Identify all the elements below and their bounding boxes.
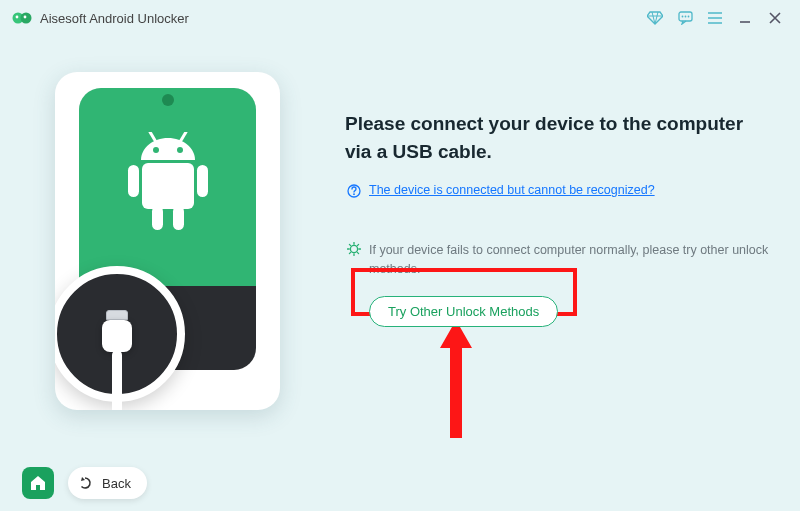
close-button[interactable] xyxy=(762,5,788,31)
svg-line-24 xyxy=(349,244,350,245)
minimize-button[interactable] xyxy=(732,5,758,31)
menu-icon[interactable] xyxy=(702,5,728,31)
usb-magnifier-icon xyxy=(55,266,185,402)
svg-line-10 xyxy=(150,132,156,142)
svg-point-8 xyxy=(153,147,159,153)
content-area: Please connect your device to the comput… xyxy=(0,36,800,511)
svg-point-9 xyxy=(177,147,183,153)
svg-point-19 xyxy=(350,245,357,252)
svg-line-26 xyxy=(357,244,358,245)
svg-point-2 xyxy=(16,16,19,19)
headline-text: Please connect your device to the comput… xyxy=(345,110,770,165)
svg-point-5 xyxy=(681,16,683,18)
back-button[interactable]: Back xyxy=(68,467,147,499)
instruction-pane: Please connect your device to the comput… xyxy=(335,36,800,511)
help-icon xyxy=(345,184,363,201)
svg-rect-13 xyxy=(128,165,139,197)
tip-icon xyxy=(345,242,363,259)
android-robot-icon xyxy=(120,132,216,242)
home-icon xyxy=(30,475,46,491)
svg-point-18 xyxy=(353,193,355,195)
feedback-icon[interactable] xyxy=(672,5,698,31)
phone-illustration xyxy=(55,72,280,410)
svg-rect-15 xyxy=(152,206,163,230)
back-button-label: Back xyxy=(102,476,131,491)
home-button[interactable] xyxy=(22,467,54,499)
app-logo-icon xyxy=(12,10,32,26)
svg-rect-16 xyxy=(173,206,184,230)
svg-point-7 xyxy=(687,16,689,18)
hint-text: If your device fails to connect computer… xyxy=(369,241,770,280)
svg-line-27 xyxy=(349,252,350,253)
title-bar: Aisesoft Android Unlocker xyxy=(0,0,800,36)
app-title: Aisesoft Android Unlocker xyxy=(40,11,189,26)
try-other-unlock-methods-button[interactable]: Try Other Unlock Methods xyxy=(369,296,558,327)
svg-line-11 xyxy=(180,132,186,142)
footer-bar: Back xyxy=(0,455,800,511)
app-window: Aisesoft Android Unlocker xyxy=(0,0,800,511)
svg-rect-14 xyxy=(197,165,208,197)
svg-point-1 xyxy=(21,13,32,24)
svg-line-25 xyxy=(357,252,358,253)
diamond-icon[interactable] xyxy=(642,5,668,31)
back-arrow-icon xyxy=(80,476,96,490)
svg-rect-12 xyxy=(142,163,194,209)
device-not-recognized-link[interactable]: The device is connected but cannot be re… xyxy=(369,183,655,197)
svg-point-6 xyxy=(684,16,686,18)
svg-point-3 xyxy=(24,16,27,19)
illustration-pane xyxy=(0,36,335,511)
